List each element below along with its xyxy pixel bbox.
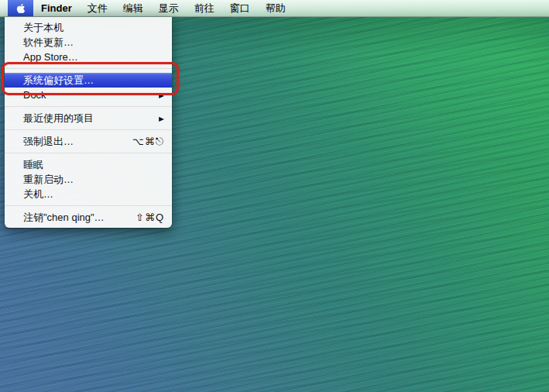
menubar-item-view[interactable]: 显示 xyxy=(151,0,187,16)
submenu-arrow-icon: ▶ xyxy=(159,91,164,98)
menu-item-label: 系统偏好设置… xyxy=(23,74,94,88)
menubar-item-go[interactable]: 前往 xyxy=(187,0,222,16)
menu-item-label: 关于本机 xyxy=(23,21,63,35)
menu-item-shortcut: ⇧⌘Q xyxy=(136,211,164,223)
menu-separator xyxy=(5,68,172,69)
menu-item-label: 关机… xyxy=(23,187,53,201)
menu-item-label: App Store… xyxy=(23,51,78,63)
menu-item-about-this-mac[interactable]: 关于本机 xyxy=(5,20,172,35)
menu-item-system-preferences[interactable]: 系统偏好设置… xyxy=(5,73,172,88)
apple-logo-icon xyxy=(16,3,26,14)
menu-item-label: 强制退出… xyxy=(23,135,74,149)
menu-item-label: 睡眠 xyxy=(23,158,43,172)
menu-item-recent-items[interactable]: 最近使用的项目 ▶ xyxy=(5,111,172,126)
apple-menu-dropdown: 关于本机 软件更新… App Store… 系统偏好设置… Dock ▶ 最近使… xyxy=(5,17,172,228)
desktop-screen: Finder 文件 编辑 显示 前往 窗口 帮助 关于本机 软件更新… App … xyxy=(0,0,549,392)
menu-separator xyxy=(5,205,172,206)
menu-item-dock[interactable]: Dock ▶ xyxy=(5,88,172,102)
menubar-item-window[interactable]: 窗口 xyxy=(222,0,258,16)
menubar-item-file[interactable]: 文件 xyxy=(80,0,115,16)
submenu-arrow-icon: ▶ xyxy=(159,115,164,122)
menu-item-software-update[interactable]: 软件更新… xyxy=(5,35,172,50)
menu-item-label: Dock xyxy=(23,89,46,101)
menubar-item-edit[interactable]: 编辑 xyxy=(115,0,151,16)
menu-item-app-store[interactable]: App Store… xyxy=(5,50,172,64)
menu-item-shut-down[interactable]: 关机… xyxy=(5,187,172,201)
menu-separator xyxy=(5,153,172,153)
menu-item-shortcut: ⌥⌘⎋ xyxy=(132,136,164,148)
menu-item-log-out[interactable]: 注销"chen qing"… ⇧⌘Q xyxy=(5,210,172,225)
menubar-item-finder[interactable]: Finder xyxy=(33,0,80,16)
apple-menu-button[interactable] xyxy=(8,0,33,16)
menu-item-label: 最近使用的项目 xyxy=(23,112,94,126)
menu-item-sleep[interactable]: 睡眠 xyxy=(5,157,172,172)
menu-separator xyxy=(5,106,172,107)
menu-item-label: 注销"chen qing"… xyxy=(23,211,105,225)
menu-item-restart[interactable]: 重新启动… xyxy=(5,172,172,187)
menubar-item-help[interactable]: 帮助 xyxy=(258,0,293,16)
menu-item-label: 软件更新… xyxy=(23,36,74,50)
menu-item-label: 重新启动… xyxy=(23,173,74,187)
menu-separator xyxy=(5,129,172,130)
menubar: Finder 文件 编辑 显示 前往 窗口 帮助 xyxy=(0,0,549,17)
menu-item-force-quit[interactable]: 强制退出… ⌥⌘⎋ xyxy=(5,134,172,149)
